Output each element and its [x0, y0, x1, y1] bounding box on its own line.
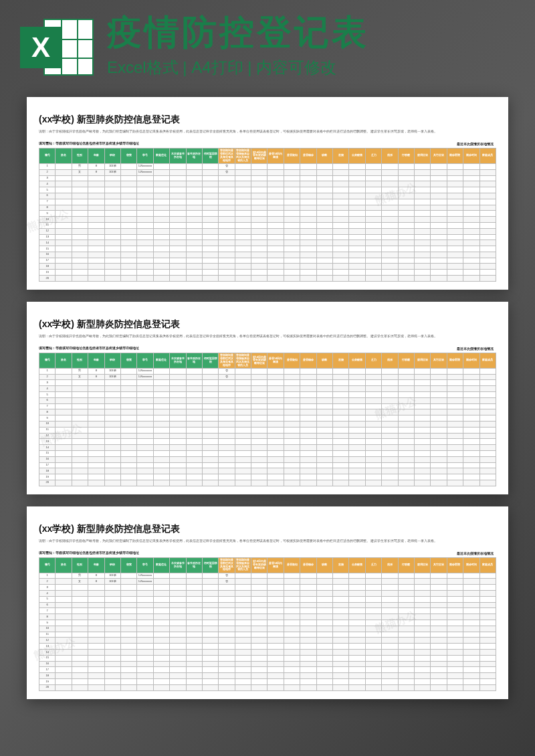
- table-cell: [284, 228, 300, 234]
- table-cell: [463, 397, 479, 403]
- table-cell: [153, 644, 169, 650]
- table-cell: 5: [39, 392, 56, 398]
- table-cell: [463, 199, 479, 205]
- table-cell: [414, 468, 430, 474]
- table-cell: [104, 433, 120, 439]
- table-cell: [479, 252, 496, 258]
- table-cell: [414, 199, 430, 205]
- table-cell: [104, 187, 120, 193]
- table-cell: [268, 602, 284, 608]
- table-cell: [268, 608, 284, 614]
- table-cell: [349, 415, 365, 421]
- table-cell: [300, 181, 316, 187]
- table-cell: 4: [39, 181, 56, 187]
- table-cell: [202, 450, 218, 456]
- table-cell: [365, 187, 381, 193]
- table-cell: 男: [72, 368, 88, 374]
- table-cell: [316, 386, 332, 392]
- table-cell: [120, 626, 136, 632]
- table-cell: [398, 480, 414, 486]
- table-cell: [316, 427, 332, 433]
- table-cell: [447, 474, 463, 480]
- table-cell: [398, 620, 414, 626]
- table-cell: [333, 638, 349, 644]
- table-cell: [170, 650, 186, 656]
- table-cell: [398, 374, 414, 380]
- table-cell: [153, 163, 169, 169]
- table-cell: [72, 228, 88, 234]
- table-cell: [186, 655, 202, 661]
- table-cell: [120, 246, 136, 252]
- table-cell: [72, 445, 88, 451]
- table-cell: [72, 667, 88, 673]
- table-cell: [333, 276, 349, 282]
- table-cell: [447, 181, 463, 187]
- table-header: 就诊医院: [447, 148, 463, 163]
- table-cell: [219, 456, 235, 462]
- table-cell: [382, 163, 398, 169]
- table-cell: [137, 403, 153, 409]
- table-cell: [170, 661, 186, 667]
- table-cell: [300, 252, 316, 258]
- table-cell: [235, 626, 251, 632]
- table-cell: [463, 211, 479, 217]
- table-cell: [235, 650, 251, 656]
- table-cell: 17: [39, 667, 56, 673]
- table-cell: [219, 181, 235, 187]
- table-cell: [88, 602, 104, 608]
- table-cell: [251, 397, 268, 403]
- table-cell: [137, 205, 153, 211]
- table-row: 10: [39, 626, 496, 632]
- table-cell: [235, 579, 251, 585]
- table-cell: [333, 169, 349, 175]
- table-cell: [333, 392, 349, 398]
- table-cell: 11: [39, 222, 56, 228]
- table-cell: [333, 684, 349, 690]
- table-cell: [137, 468, 153, 474]
- table-cell: [365, 644, 381, 650]
- table-cell: [120, 450, 136, 456]
- table-cell: [170, 439, 186, 445]
- table-cell: [463, 679, 479, 685]
- table-cell: [414, 234, 430, 240]
- table-cell: [365, 596, 381, 602]
- table-cell: [56, 392, 72, 398]
- table-cell: [104, 199, 120, 205]
- table-header: 寝室: [120, 557, 136, 573]
- table-cell: [268, 433, 284, 439]
- table-cell: [251, 650, 268, 656]
- table-cell: [382, 632, 398, 638]
- table-cell: [88, 175, 104, 181]
- table-header: 本次或春节所在地: [170, 353, 186, 368]
- table-header: 寝室: [120, 353, 136, 368]
- table-cell: [447, 228, 463, 234]
- table-cell: [186, 427, 202, 433]
- table-cell: [186, 211, 202, 217]
- table-cell: [284, 462, 300, 468]
- table-cell: [235, 175, 251, 181]
- table-cell: [219, 684, 235, 690]
- table-cell: [72, 211, 88, 217]
- table-cell: [219, 608, 235, 614]
- table-cell: [463, 638, 479, 644]
- table-cell: [137, 234, 153, 240]
- table-cell: [463, 222, 479, 228]
- table-cell: [300, 187, 316, 193]
- table-cell: [170, 217, 186, 223]
- table-cell: [170, 456, 186, 462]
- table-cell: [463, 620, 479, 626]
- table-cell: [284, 445, 300, 451]
- table-cell: [447, 211, 463, 217]
- table-cell: [268, 163, 284, 169]
- table-cell: [186, 585, 202, 591]
- table-cell: [88, 386, 104, 392]
- table-cell: [170, 234, 186, 240]
- table-cell: [202, 264, 218, 270]
- table-cell: [219, 679, 235, 685]
- table-cell: 5: [39, 187, 56, 193]
- table-cell: [447, 380, 463, 386]
- table-cell: [398, 591, 414, 597]
- table-cell: [300, 270, 316, 276]
- table-cell: [365, 380, 381, 386]
- table-cell: [479, 661, 496, 667]
